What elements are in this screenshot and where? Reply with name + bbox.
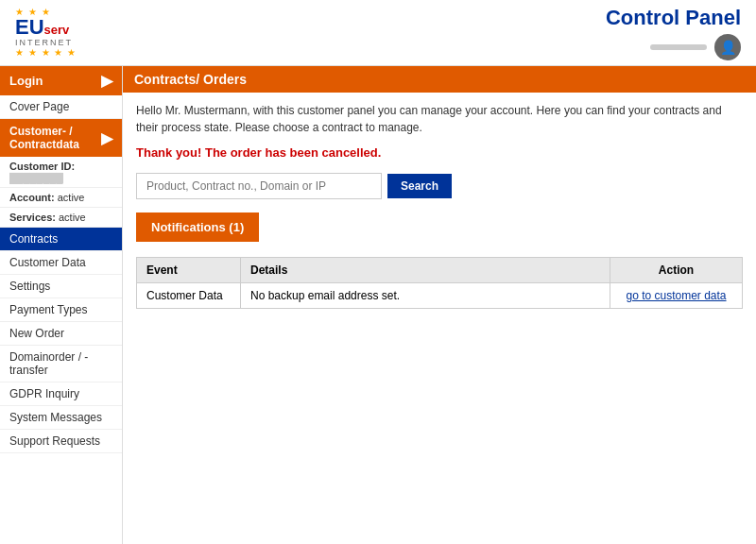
sidebar-item-support-requests[interactable]: Support Requests xyxy=(0,430,122,453)
logo-internet: INTERNET xyxy=(15,38,91,47)
sidebar-services-status: Services: active xyxy=(0,208,122,228)
go-to-customer-data-link[interactable]: go to customer data xyxy=(626,289,726,302)
sidebar-item-new-order[interactable]: New Order xyxy=(0,322,122,346)
logo-area: ★ ★ ★ EUserv INTERNET ★ ★ ★ ★ ★ xyxy=(15,7,91,59)
sidebar: Login ▶ Cover Page Customer- / Contractd… xyxy=(0,66,123,544)
header-bar xyxy=(650,44,707,50)
table-row: Customer Data No backup email address se… xyxy=(137,283,743,309)
user-icon[interactable]: 👤 xyxy=(714,34,741,60)
logo-serv: serv xyxy=(44,23,70,37)
search-row: Search xyxy=(136,173,743,199)
sidebar-item-payment-types[interactable]: Payment Types xyxy=(0,298,122,322)
logo: ★ ★ ★ EUserv INTERNET ★ ★ ★ ★ ★ xyxy=(15,7,91,59)
main-content: Contracts/ Orders Hello Mr. Mustermann, … xyxy=(123,66,756,544)
logo-eu: EU xyxy=(15,17,44,38)
header: ★ ★ ★ EUserv INTERNET ★ ★ ★ ★ ★ Control … xyxy=(0,0,756,66)
sidebar-item-customer-data[interactable]: Customer Data xyxy=(0,251,122,275)
sidebar-item-system-messages[interactable]: System Messages xyxy=(0,406,122,430)
sidebar-item-gdpr[interactable]: GDPR Inquiry xyxy=(0,382,122,406)
sidebar-customer-section[interactable]: Customer- / Contractdata ▶ xyxy=(0,119,122,157)
page-title: Contracts/ Orders xyxy=(123,66,756,93)
sidebar-item-settings[interactable]: Settings xyxy=(0,275,122,298)
sidebar-login[interactable]: Login ▶ xyxy=(0,66,122,95)
content-area: Hello Mr. Mustermann, with this customer… xyxy=(123,93,756,318)
search-button[interactable]: Search xyxy=(387,174,452,198)
notifications-table: Event Details Action Customer Data No ba… xyxy=(136,257,743,309)
header-right: Control Panel 👤 xyxy=(606,6,741,60)
table-cell-details: No backup email address set. xyxy=(241,283,610,309)
sidebar-customer-label: Customer- / Contractdata xyxy=(9,125,101,151)
cancel-message: Thank you! The order has been cancelled. xyxy=(136,145,743,160)
table-header-details: Details xyxy=(241,258,610,283)
header-user-row: 👤 xyxy=(650,34,741,60)
table-header-action: Action xyxy=(610,258,743,283)
control-panel-title: Control Panel xyxy=(606,6,741,30)
sidebar-login-arrow: ▶ xyxy=(101,72,112,90)
table-cell-event: Customer Data xyxy=(137,283,241,309)
layout: Login ▶ Cover Page Customer- / Contractd… xyxy=(0,66,756,544)
sidebar-item-cover-page[interactable]: Cover Page xyxy=(0,95,122,119)
sidebar-customer-arrow: ▶ xyxy=(101,129,112,147)
search-input[interactable] xyxy=(136,173,382,199)
logo-stars-bottom: ★ ★ ★ ★ ★ xyxy=(15,47,91,58)
notifications-button[interactable]: Notifications (1) xyxy=(136,212,259,242)
sidebar-item-domainorder[interactable]: Domainorder / -transfer xyxy=(0,346,122,382)
sidebar-account-status: Account: active xyxy=(0,188,122,208)
table-cell-action: go to customer data xyxy=(610,283,743,309)
sidebar-customer-id: Customer ID: ████████ xyxy=(0,157,122,188)
sidebar-login-label: Login xyxy=(9,74,43,88)
table-header-event: Event xyxy=(137,258,241,283)
welcome-text: Hello Mr. Mustermann, with this customer… xyxy=(136,102,743,136)
sidebar-item-contracts[interactable]: Contracts xyxy=(0,228,122,251)
